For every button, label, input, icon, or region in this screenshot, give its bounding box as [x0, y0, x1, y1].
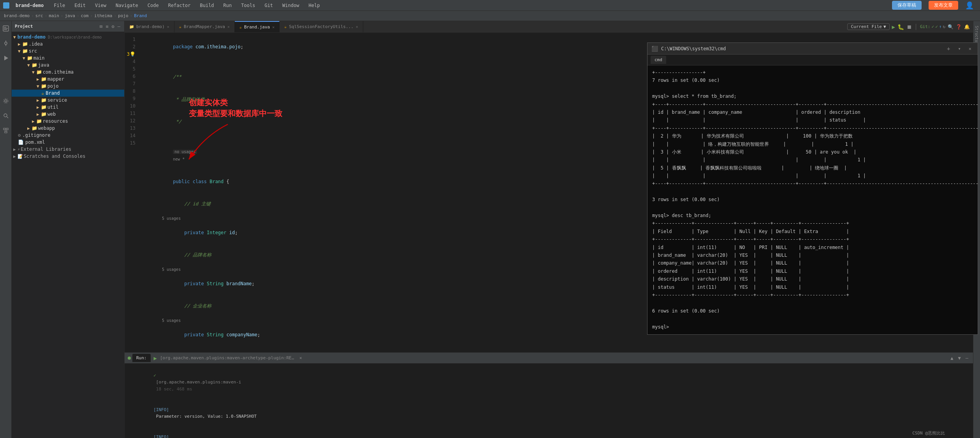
help-toolbar-icon[interactable]: ❓ — [956, 24, 962, 30]
tree-item-webapp[interactable]: ▶ 📁 webapp — [12, 125, 124, 132]
menu-tools[interactable]: Tools — [239, 2, 257, 9]
tree-item-brand-demo[interactable]: ▼ brand-demo D:\workspace\brand-demo — [12, 34, 124, 41]
tree-item-mapper[interactable]: ▶ 📁 mapper — [12, 76, 124, 83]
breadcrumb-src[interactable]: src — [35, 13, 43, 18]
svg-rect-3 — [4, 29, 7, 30]
run-tab-label[interactable]: Run: — [132, 354, 151, 362]
tab-brand-java[interactable]: ☕ Brand.java ✕ — [235, 21, 280, 32]
tree-item-main[interactable]: ▼ 📁 main — [12, 55, 124, 62]
toolbar-stop-btn[interactable]: ⏹ — [906, 24, 912, 30]
cmd-close-btn[interactable]: ✕ — [966, 46, 974, 51]
tree-item-service[interactable]: ▶ 📁 service — [12, 97, 124, 104]
breadcrumb-com[interactable]: com — [81, 13, 89, 18]
tab-brand-demo[interactable]: 📁 brand-demo) ✕ — [125, 21, 174, 32]
structure-sidebar-icon[interactable] — [2, 126, 10, 135]
bottom-tab-bar: Run: ▶ [org.apache.maven.plugins:maven-a… — [125, 353, 973, 364]
tab-brand-mapper[interactable]: ☕ BrandMapper.java ✕ — [174, 21, 235, 32]
tab-close-sql-session[interactable]: ✕ — [356, 25, 358, 29]
cmd-line-sep7: +-------------+--------------+------+---… — [652, 291, 973, 299]
menu-file[interactable]: File — [51, 2, 67, 9]
cmd-line-field-company: | company_name| varchar(20) | YES | | NU… — [652, 259, 973, 267]
cmd-line-rows2: 3 rows in set (0.00 sec) — [652, 196, 973, 203]
search-toolbar-icon[interactable]: 🔍 — [948, 24, 954, 30]
tree-item-idea[interactable]: ▶ 📁 .idea — [12, 41, 124, 48]
breadcrumb-java[interactable]: java — [65, 13, 75, 18]
cmd-line-row2b: | | | | | 1 | — [652, 156, 973, 164]
menu-bar: brand-demo File Edit View Navigate Code … — [0, 0, 980, 11]
menu-code[interactable]: Code — [145, 2, 161, 9]
tree-item-pom-xml[interactable]: 📄 pom.xml — [12, 139, 124, 146]
tree-item-com-itheima[interactable]: ▼ 📁 com.itheima — [12, 69, 124, 76]
run-dot — [128, 357, 131, 360]
cmd-line-blank5 — [652, 315, 973, 323]
tree-item-web[interactable]: ▶ 📁 web — [12, 111, 124, 118]
cmd-line-sep3: +----+------------+---------------------… — [652, 124, 973, 132]
svg-rect-2 — [4, 28, 8, 29]
run-btn-close[interactable]: — — [964, 355, 970, 362]
cmd-line-field-ordered: | ordered | int(11) | YES | | NULL | | — [652, 267, 973, 275]
project-sidebar-icon[interactable] — [2, 24, 10, 33]
menu-refactor[interactable]: Refactor — [166, 2, 193, 9]
tree-item-java[interactable]: ▼ 📁 java — [12, 62, 124, 69]
menu-navigate[interactable]: Navigate — [113, 2, 141, 9]
svg-point-4 — [5, 42, 7, 44]
cmd-dropdown-btn[interactable]: ▾ — [956, 46, 963, 51]
search-sidebar-icon[interactable] — [2, 111, 10, 120]
breadcrumb-project[interactable]: brand-demo — [4, 13, 30, 18]
run-play-icon[interactable]: ▶ — [154, 355, 157, 361]
tab-close-brand-demo[interactable]: ✕ — [167, 25, 169, 29]
toolbar-run-config[interactable]: Current File ▼ — [847, 23, 889, 30]
run-btn-down[interactable]: ▼ — [957, 355, 962, 362]
menu-view[interactable]: View — [93, 2, 109, 9]
cmd-line-blank1 — [652, 85, 973, 92]
menu-git[interactable]: Git — [262, 2, 275, 9]
svg-point-10 — [4, 114, 7, 117]
csdn-save-button[interactable]: 保存草稿 — [892, 1, 922, 10]
breadcrumb-pojo[interactable]: pojo — [118, 13, 128, 18]
tree-item-src[interactable]: ▼ 📁 src — [12, 48, 124, 55]
menu-edit[interactable]: Edit — [72, 2, 88, 9]
csdn-publish-button[interactable]: 发布文章 — [929, 1, 958, 10]
panel-close-icon[interactable]: — — [117, 23, 121, 30]
panel-expand-icon[interactable]: ⊞ — [99, 23, 103, 30]
tab-close-brand-java[interactable]: ✕ — [272, 25, 274, 29]
breadcrumb-itheima[interactable]: itheima — [94, 13, 112, 18]
run-sidebar-icon[interactable] — [2, 54, 10, 62]
cmd-line-field-desc: | description | varchar(100) | YES | | N… — [652, 275, 973, 283]
log-line-1: ✓ [org.apache.maven.plugins:maven-i 18 s… — [128, 365, 970, 399]
cmd-new-tab-btn[interactable]: + — [945, 46, 952, 52]
menu-window[interactable]: Window — [280, 2, 301, 9]
panel-collapse-icon[interactable]: ≡ — [105, 23, 109, 30]
toolbar-debug-btn[interactable]: 🐛 — [897, 24, 904, 30]
tab-sql-session[interactable]: ☕ SqlSessionFactoryUtils... ✕ — [280, 21, 363, 32]
cmd-content[interactable]: +-----------------+ 7 rows in set (0.00 … — [647, 65, 978, 334]
svg-rect-12 — [4, 128, 5, 130]
run-close-btn[interactable]: ✕ — [299, 355, 302, 360]
run-btn-up[interactable]: ▲ — [949, 355, 955, 362]
menu-build[interactable]: Build — [197, 2, 216, 9]
panel-gear-icon[interactable]: ⚙ — [111, 23, 115, 30]
cmd-line-blank2 — [652, 188, 973, 196]
tree-item-pojo[interactable]: ▼ 📁 pojo — [12, 83, 124, 90]
commit-sidebar-icon[interactable] — [2, 39, 10, 48]
menu-help[interactable]: Help — [306, 2, 322, 9]
tab-icon-brand-mapper: ☕ — [179, 25, 181, 29]
tree-item-scratches[interactable]: ▶ 📝 Scratches and Consoles — [12, 153, 124, 160]
breadcrumb-brand[interactable]: Brand — [134, 13, 147, 18]
tree-item-util[interactable]: ▶ 📁 util — [12, 104, 124, 111]
bottom-content[interactable]: ✓ [org.apache.maven.plugins:maven-i 18 s… — [125, 364, 973, 438]
tree-item-gitignore[interactable]: ⚙ .gitignore — [12, 132, 124, 139]
cmd-tab-cmd[interactable]: cmd — [651, 56, 666, 64]
csdn-user-icon[interactable]: 👤 — [965, 1, 974, 9]
gear-sidebar-icon[interactable] — [2, 97, 10, 105]
tree-item-resources[interactable]: ▶ 📁 resources — [12, 118, 124, 125]
svg-point-9 — [4, 99, 8, 103]
tab-close-brand-mapper[interactable]: ✕ — [227, 25, 230, 29]
tree-item-external-libs[interactable]: ▶ ⚡ External Libraries — [12, 146, 124, 153]
menu-run[interactable]: Run — [221, 2, 234, 9]
toolbar-run-btn[interactable]: ▶ — [892, 24, 895, 30]
breadcrumb-main[interactable]: main — [49, 13, 59, 18]
notifications-toolbar-icon[interactable]: 🔔 — [964, 24, 970, 30]
bottom-panels: Run: ▶ [org.apache.maven.plugins:maven-a… — [125, 352, 973, 438]
tree-item-brand[interactable]: ☕ Brand — [12, 90, 124, 97]
